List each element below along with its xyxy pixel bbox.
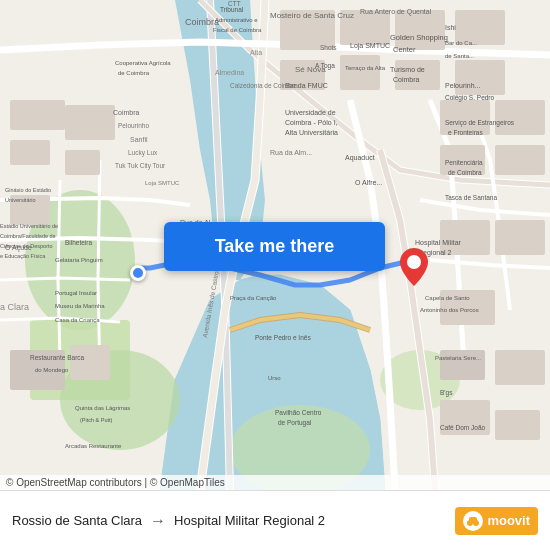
svg-text:Gelataria Pinguim: Gelataria Pinguim	[55, 257, 103, 263]
svg-text:de Coimbra: de Coimbra	[448, 169, 482, 176]
svg-text:Ginásio do Estádio: Ginásio do Estádio	[5, 187, 51, 193]
svg-text:Penitenciária: Penitenciária	[445, 159, 483, 166]
svg-text:Ciências do Desporto: Ciências do Desporto	[0, 243, 53, 249]
svg-text:(Pitch & Putt): (Pitch & Putt)	[80, 417, 113, 423]
svg-text:CTT: CTT	[228, 0, 241, 7]
svg-text:Turismo de: Turismo de	[390, 66, 425, 73]
svg-text:Loja SMTUC: Loja SMTUC	[350, 42, 390, 50]
svg-text:de Santa...: de Santa...	[445, 53, 474, 59]
moovit-icon	[463, 511, 483, 531]
svg-text:Almedina: Almedina	[215, 69, 244, 76]
svg-rect-27	[340, 55, 380, 90]
svg-text:O Alfre...: O Alfre...	[355, 179, 382, 186]
svg-text:Universitário: Universitário	[5, 197, 36, 203]
svg-rect-12	[70, 345, 110, 380]
svg-text:Calzedonia de Coimbra: Calzedonia de Coimbra	[230, 82, 298, 89]
svg-rect-112	[469, 517, 477, 523]
svg-rect-8	[65, 105, 115, 140]
svg-text:e Educação Física: e Educação Física	[0, 253, 46, 259]
destination-label: Hospital Militar Regional 2	[174, 513, 325, 528]
svg-text:do Mondego: do Mondego	[35, 367, 69, 373]
svg-text:Universidade de: Universidade de	[285, 109, 336, 116]
svg-text:Pelourinh...: Pelourinh...	[445, 82, 480, 89]
svg-rect-21	[495, 350, 545, 385]
svg-text:Tasca de Santana: Tasca de Santana	[445, 194, 497, 201]
svg-rect-16	[495, 145, 545, 175]
origin-label: Rossio de Santa Clara	[12, 513, 142, 528]
svg-text:Coimbra - Pólo I,: Coimbra - Pólo I,	[285, 119, 338, 126]
svg-text:Museu da Marinha: Museu da Marinha	[55, 303, 105, 309]
origin-marker	[130, 265, 146, 281]
svg-text:Tribunal: Tribunal	[220, 6, 244, 13]
svg-text:Estádio Universitário de: Estádio Universitário de	[0, 223, 58, 229]
svg-text:Colégio S. Pedro: Colégio S. Pedro	[445, 94, 495, 102]
svg-text:Terraço da Alta: Terraço da Alta	[345, 65, 386, 71]
svg-rect-6	[10, 100, 65, 130]
route-info: Rossio de Santa Clara → Hospital Militar…	[12, 512, 455, 530]
bottom-bar: Rossio de Santa Clara → Hospital Militar…	[0, 490, 550, 550]
svg-text:Portugal Insular: Portugal Insular	[55, 290, 97, 296]
svg-text:Pavilhão Centro: Pavilhão Centro	[275, 409, 322, 416]
svg-rect-31	[455, 60, 505, 95]
destination-marker	[400, 248, 428, 290]
svg-text:Coimbra: Coimbra	[393, 76, 420, 83]
svg-text:Alta: Alta	[250, 49, 262, 56]
svg-text:Hospital Militar: Hospital Militar	[415, 239, 462, 247]
svg-rect-14	[495, 100, 545, 135]
svg-text:Rua da Alm...: Rua da Alm...	[270, 149, 312, 156]
svg-rect-23	[495, 410, 540, 440]
svg-text:Urso: Urso	[268, 375, 281, 381]
svg-text:Serviço de Estrangeiros: Serviço de Estrangeiros	[445, 119, 515, 127]
svg-text:Café Dom João: Café Dom João	[440, 424, 486, 431]
svg-text:Fiscal de Coimbra: Fiscal de Coimbra	[213, 27, 262, 33]
svg-text:Mosteiro de Santa Cruz: Mosteiro de Santa Cruz	[270, 11, 354, 20]
svg-rect-18	[495, 220, 545, 255]
moovit-text: moovit	[487, 513, 530, 528]
map-attribution: © OpenStreetMap contributors | © OpenMap…	[0, 475, 550, 490]
svg-text:Sé Nova: Sé Nova	[295, 65, 326, 74]
take-me-there-button[interactable]: Take me there	[164, 222, 385, 271]
svg-text:Restaurante Barca: Restaurante Barca	[30, 354, 85, 361]
svg-text:Shots: Shots	[320, 44, 337, 51]
svg-text:Rua Antero de Quental: Rua Antero de Quental	[360, 8, 432, 16]
svg-text:Pastelaria Sere...: Pastelaria Sere...	[435, 355, 481, 361]
svg-rect-7	[10, 140, 50, 165]
svg-text:Coimbra/Faculdade de: Coimbra/Faculdade de	[0, 233, 56, 239]
svg-text:e Fronteiras: e Fronteiras	[448, 129, 483, 136]
svg-text:Loja SMTUC: Loja SMTUC	[145, 180, 180, 186]
svg-text:Golden Shopping: Golden Shopping	[390, 33, 448, 42]
svg-text:Bar do Ca...: Bar do Ca...	[445, 40, 477, 46]
svg-text:de Coimbra: de Coimbra	[118, 70, 150, 76]
svg-text:Ponte Pedro e Inês: Ponte Pedro e Inês	[255, 334, 311, 341]
svg-rect-28	[395, 10, 445, 50]
moovit-logo: moovit	[455, 507, 538, 535]
svg-rect-9	[65, 150, 100, 175]
svg-text:Coimbra: Coimbra	[185, 17, 219, 27]
svg-text:Tuk Tuk City Tour: Tuk Tuk City Tour	[115, 162, 166, 170]
svg-text:a Clara: a Clara	[0, 302, 29, 312]
svg-text:Casa da Criança: Casa da Criança	[55, 317, 100, 323]
svg-text:Lucky Lux: Lucky Lux	[128, 149, 158, 157]
svg-text:Antoninho dos Porcos: Antoninho dos Porcos	[420, 307, 479, 313]
map-container: Coimbra Almedina Alta Loja SMTUC Rua da …	[0, 0, 550, 490]
svg-text:Capela de Santo: Capela de Santo	[425, 295, 470, 301]
route-arrow-icon: →	[150, 512, 166, 530]
svg-text:Center: Center	[393, 45, 416, 54]
svg-text:de Portugal: de Portugal	[278, 419, 312, 427]
svg-text:Cooperativa Agrícola: Cooperativa Agrícola	[115, 60, 171, 66]
svg-point-108	[407, 255, 421, 269]
svg-text:Coimbra: Coimbra	[113, 109, 140, 116]
svg-text:Aquaduct: Aquaduct	[345, 154, 375, 162]
svg-text:Praça da Canção: Praça da Canção	[230, 295, 277, 301]
svg-text:B'gs: B'gs	[440, 389, 453, 397]
svg-rect-30	[395, 60, 440, 90]
svg-text:Ishi: Ishi	[445, 24, 456, 31]
svg-text:Sanfil: Sanfil	[130, 136, 148, 143]
svg-text:Alta Universitária: Alta Universitária	[285, 129, 338, 136]
svg-text:Quinta das Lágrimas: Quinta das Lágrimas	[75, 405, 130, 411]
svg-text:Administrativo e: Administrativo e	[215, 17, 258, 23]
svg-text:Pelourinho: Pelourinho	[118, 122, 149, 129]
svg-text:Bilheteira: Bilheteira	[65, 239, 92, 246]
svg-text:Arcadas Restaurante: Arcadas Restaurante	[65, 443, 122, 449]
